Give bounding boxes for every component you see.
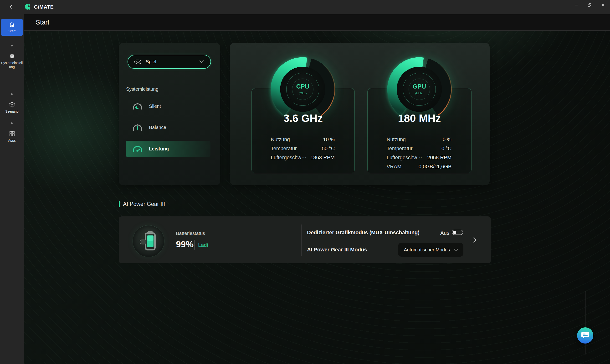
ai-power-gear-title: AI Power Gear III	[123, 201, 165, 207]
heading-accent-bar	[119, 201, 120, 207]
mode-row-silent[interactable]: Silent	[126, 99, 210, 113]
back-button[interactable]	[6, 2, 17, 12]
stat-label: Temperatur	[387, 146, 413, 152]
grid-icon	[9, 130, 15, 137]
gauge-unit: (GHz)	[299, 92, 306, 95]
sidebar-item-start[interactable]: Start	[1, 19, 23, 36]
battery-charging-icon	[140, 231, 157, 252]
page-title: Start	[36, 19, 49, 26]
cpu-stat-row: Nutzung 10 %	[271, 135, 335, 144]
stat-label: Temperatur	[271, 146, 297, 152]
page-body: Spiel Systemleistung Silent	[24, 31, 610, 364]
chevron-down-icon	[454, 248, 458, 251]
profile-selector-label: Spiel	[146, 59, 156, 65]
battery-badge	[133, 225, 165, 257]
sidebar-item-label: Apps	[8, 139, 16, 143]
toggle-knob	[453, 231, 456, 234]
gpu-stat-row: Lüftergeschw··· 2068 RPM	[387, 153, 451, 162]
mode-row-leistung[interactable]: Leistung	[126, 141, 210, 157]
gauge-mid-icon	[132, 123, 143, 131]
sidebar-item-szenario[interactable]: Szenario	[1, 99, 23, 116]
home-icon	[9, 21, 15, 28]
minimize-button[interactable]	[571, 0, 582, 10]
chevron-down-icon	[199, 60, 204, 63]
stat-value: 0,0GB/11,6GB	[419, 164, 451, 170]
sidebar-item-label: Systemeinstellung	[1, 61, 23, 69]
sidebar-item-systemeinstellung[interactable]: Systemeinstellung	[1, 51, 23, 71]
stat-value: 1863 RPM	[310, 155, 335, 161]
mux-toggle[interactable]	[452, 230, 463, 235]
close-icon	[601, 3, 605, 7]
back-arrow-icon	[9, 4, 15, 10]
chip-icon	[9, 53, 15, 59]
app-logo: GiMATE	[25, 4, 54, 10]
stat-label: Nutzung	[387, 137, 406, 143]
title-bar: GiMATE	[0, 0, 610, 14]
sidebar-separator-dot	[11, 122, 13, 124]
stat-label: Lüftergeschw···	[387, 155, 422, 161]
stat-value: 10 %	[323, 137, 335, 143]
stat-value: 0 %	[443, 137, 451, 143]
gpu-stat-row: Nutzung 0 %	[387, 135, 451, 144]
mux-switch-label: Dedizierter Grafikmodus (MUX-Umschaltung…	[307, 230, 419, 236]
mode-label: Balance	[149, 125, 166, 130]
stat-value: 50 °C	[322, 146, 335, 152]
minimize-icon	[574, 3, 578, 7]
gimate-logo-icon	[25, 4, 31, 10]
monitor-panel: 3.6 GHz Nutzung 10 % Temperatur 50 °C Lü…	[230, 43, 490, 185]
gauge-name: CPU	[296, 83, 309, 90]
cpu-stat-row: Lüftergeschw··· 1863 RPM	[271, 153, 335, 162]
stat-value: 0 °C	[442, 146, 451, 152]
battery-divider	[194, 240, 194, 250]
gpu-stat-row: VRAM 0,0GB/11,6GB	[387, 162, 451, 171]
power-gear-detail-button[interactable]	[473, 236, 477, 244]
ai-power-gear-heading: AI Power Gear III	[119, 201, 165, 207]
close-button[interactable]	[598, 0, 609, 10]
mode-label: Leistung	[149, 146, 169, 152]
chat-bubble-icon	[581, 332, 589, 339]
gimate-window: GiMATE Start	[0, 0, 610, 364]
sidebar-item-label: Start	[8, 29, 15, 33]
mux-state-text: Aus	[430, 230, 449, 236]
app-title: GiMATE	[34, 4, 54, 10]
mode-label: Silent	[149, 104, 161, 109]
battery-status-label: Batteriestatus	[176, 231, 205, 236]
card-vertical-separator	[301, 224, 302, 256]
sidebar: Start Systemeinstellung Szenario	[0, 14, 24, 364]
power-gear-mode-label: AI Power Gear III Modus	[307, 247, 367, 253]
sidebar-item-apps[interactable]: Apps	[1, 128, 23, 145]
sidebar-separator-dot	[11, 93, 13, 95]
gpu-gauge: GPU (MHz)	[385, 55, 454, 124]
page-header: Start	[24, 14, 610, 31]
dropdown-selected-value: Automatischer Modus	[404, 247, 450, 253]
stat-value: 2068 RPM	[427, 155, 451, 161]
mode-row-balance[interactable]: Balance	[126, 120, 210, 134]
cube-icon	[9, 101, 15, 108]
restore-button[interactable]	[584, 0, 595, 10]
gauge-name: GPU	[413, 83, 426, 90]
stat-label: VRAM	[387, 164, 402, 170]
performance-panel: Spiel Systemleistung Silent	[119, 43, 220, 185]
sidebar-item-label: Szenario	[5, 109, 18, 114]
gauge-unit: (MHz)	[415, 92, 423, 95]
chat-widget-line	[585, 291, 585, 354]
stat-label: Nutzung	[271, 137, 290, 143]
sidebar-separator-dot	[11, 45, 13, 46]
gamepad-icon	[134, 59, 141, 65]
battery-charging-state: Lädt	[198, 242, 208, 248]
cpu-stat-row: Temperatur 50 °C	[271, 144, 335, 153]
battery-percent: 99%	[176, 239, 194, 249]
systemleistung-label: Systemleistung	[126, 86, 159, 92]
gauge-high-icon	[132, 145, 143, 153]
power-gear-mode-dropdown[interactable]: Automatischer Modus	[398, 243, 463, 257]
chevron-right-icon	[473, 236, 477, 244]
restore-icon	[587, 3, 592, 7]
cpu-gauge: CPU (GHz)	[268, 55, 337, 124]
ai-power-gear-card: Batteriestatus 99% Lädt Dedizierter Graf…	[119, 216, 491, 263]
gpu-stat-row: Temperatur 0 °C	[387, 144, 451, 153]
profile-selector-dropdown[interactable]: Spiel	[127, 55, 211, 69]
stat-label: Lüftergeschw···	[271, 155, 306, 161]
gauge-moon-icon	[132, 102, 143, 110]
chat-button[interactable]	[577, 327, 593, 344]
